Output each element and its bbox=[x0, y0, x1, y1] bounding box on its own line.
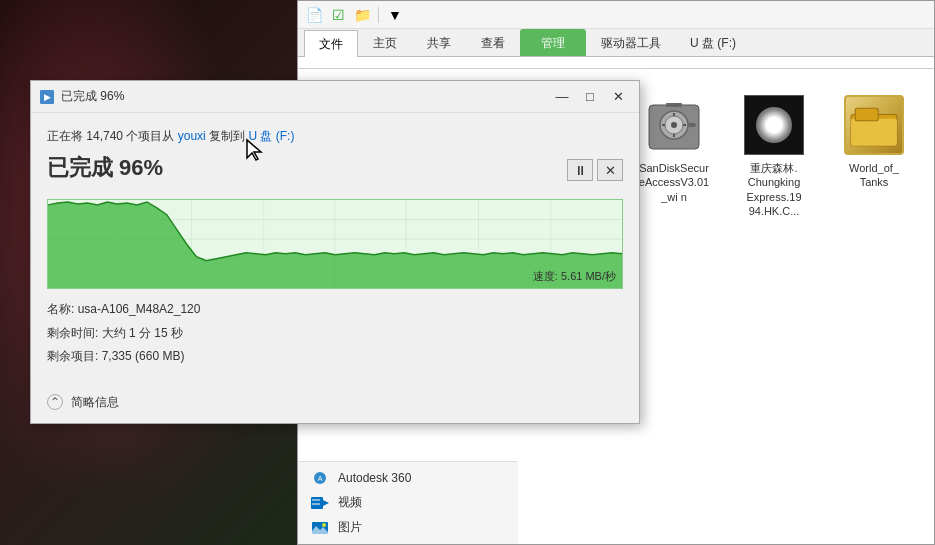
dialog-title-icon: ▶ bbox=[39, 89, 55, 105]
ribbon-divider bbox=[378, 7, 379, 23]
info-name-row: 名称: usa-A106_M48A2_120 bbox=[47, 299, 623, 321]
info-time-row: 剩余时间: 大约 1 分 15 秒 bbox=[47, 323, 623, 345]
tab-home[interactable]: 主页 bbox=[358, 29, 412, 56]
tab-share[interactable]: 共享 bbox=[412, 29, 466, 56]
progress-chart: 速度: 5.61 MB/秒 bbox=[47, 199, 623, 289]
svg-point-3 bbox=[671, 122, 677, 128]
svg-rect-8 bbox=[688, 123, 696, 127]
status-middle: 复制到 bbox=[206, 129, 249, 143]
time-value: 大约 1 分 15 秒 bbox=[102, 326, 183, 340]
image-label: 图片 bbox=[338, 519, 362, 536]
chongqing-label: 重庆森林. Chungking Express.19 94.HK.C... bbox=[738, 161, 810, 218]
svg-rect-17 bbox=[312, 499, 320, 501]
autodesk-icon: A bbox=[310, 470, 330, 486]
drive-label: U 盘 (F:) bbox=[676, 30, 750, 56]
image-icon bbox=[310, 520, 330, 536]
tab-file[interactable]: 文件 bbox=[304, 30, 358, 57]
svg-rect-9 bbox=[666, 103, 682, 107]
ribbon-toolbar: 📄 ☑ 📁 ▼ bbox=[298, 1, 934, 29]
dialog-titlebar: ▶ 已完成 96% — □ ✕ bbox=[31, 81, 639, 113]
back-icon[interactable]: 📄 bbox=[304, 5, 324, 25]
time-label: 剩余时间: bbox=[47, 326, 102, 340]
dialog-close-btn[interactable]: ✕ bbox=[605, 86, 631, 108]
video-icon bbox=[310, 495, 330, 511]
name-value: usa-A106_M48A2_120 bbox=[78, 302, 201, 316]
tanks-folder-icon bbox=[844, 95, 904, 155]
dialog-maximize-btn[interactable]: □ bbox=[577, 86, 603, 108]
pause-button[interactable]: ⏸ bbox=[567, 159, 593, 181]
sidebar-item-autodesk[interactable]: A Autodesk 360 bbox=[298, 466, 518, 490]
status-source-link[interactable]: youxi bbox=[178, 129, 206, 143]
dialog-status-line: 正在将 14,740 个项目从 youxi 复制到 U 盘 (F:) bbox=[47, 127, 623, 145]
sidebar-item-image[interactable]: 图片 bbox=[298, 515, 518, 540]
svg-text:A: A bbox=[318, 475, 323, 482]
sandisk-label: SanDiskSecureAccessV3.01_wi n bbox=[638, 161, 710, 204]
items-label: 剩余项目: bbox=[47, 349, 102, 363]
footer-chevron-btn[interactable]: ⌃ bbox=[47, 394, 63, 410]
status-prefix: 正在将 14,740 个项目从 bbox=[47, 129, 178, 143]
tab-view[interactable]: 查看 bbox=[466, 29, 520, 56]
chongqing-movie-icon bbox=[744, 95, 804, 155]
dialog-percent-label: 已完成 96% bbox=[47, 153, 163, 183]
sidebar-item-video[interactable]: 视频 bbox=[298, 490, 518, 515]
ribbon: 📄 ☑ 📁 ▼ 文件 主页 共享 查看 管理 驱动器工具 U 盘 (F:) bbox=[298, 1, 934, 69]
svg-rect-11 bbox=[851, 119, 897, 146]
ribbon-content-area bbox=[298, 56, 934, 68]
svg-point-21 bbox=[322, 523, 326, 527]
dialog-minimize-btn[interactable]: — bbox=[549, 86, 575, 108]
file-chongqing[interactable]: 重庆森林. Chungking Express.19 94.HK.C... bbox=[734, 89, 814, 222]
dialog-title-text: 已完成 96% bbox=[61, 88, 549, 105]
footer-collapse-text[interactable]: 简略信息 bbox=[71, 394, 119, 411]
dropdown-icon[interactable]: ▼ bbox=[385, 5, 405, 25]
svg-text:▶: ▶ bbox=[44, 92, 51, 102]
dialog-body: 正在将 14,740 个项目从 youxi 复制到 U 盘 (F:) 已完成 9… bbox=[31, 113, 639, 386]
autodesk-label: Autodesk 360 bbox=[338, 471, 411, 485]
watermark: 值 什么值得买 bbox=[850, 518, 925, 535]
items-value: 7,335 (660 MB) bbox=[102, 349, 185, 363]
svg-marker-16 bbox=[323, 500, 329, 506]
svg-rect-12 bbox=[855, 108, 878, 121]
video-label: 视频 bbox=[338, 494, 362, 511]
sandisk-icon-img bbox=[642, 93, 706, 157]
status-dest-link[interactable]: U 盘 (F:) bbox=[248, 129, 294, 143]
svg-rect-18 bbox=[312, 503, 320, 505]
info-items-row: 剩余项目: 7,335 (660 MB) bbox=[47, 346, 623, 368]
transfer-dialog: ▶ 已完成 96% — □ ✕ 正在将 14,740 个项目从 youxi 复制… bbox=[30, 80, 640, 424]
sandisk-safe-svg bbox=[644, 95, 704, 155]
folder-icon[interactable]: 📁 bbox=[352, 5, 372, 25]
ribbon-tabs: 文件 主页 共享 查看 管理 驱动器工具 U 盘 (F:) bbox=[298, 29, 934, 56]
name-label: 名称: bbox=[47, 302, 78, 316]
file-sandisk[interactable]: SanDiskSecureAccessV3.01_wi n bbox=[634, 89, 714, 222]
tab-drive-tools[interactable]: 驱动器工具 bbox=[586, 29, 676, 56]
chart-speed-label: 速度: 5.61 MB/秒 bbox=[533, 269, 616, 284]
dialog-footer: ⌃ 简略信息 bbox=[31, 386, 639, 423]
dialog-info: 名称: usa-A106_M48A2_120 剩余时间: 大约 1 分 15 秒… bbox=[47, 299, 623, 368]
stop-button[interactable]: ✕ bbox=[597, 159, 623, 181]
tanks-label: World_of_ Tanks bbox=[838, 161, 910, 190]
chongqing-icon-img bbox=[742, 93, 806, 157]
check-icon[interactable]: ☑ bbox=[328, 5, 348, 25]
sidebar-bottom: A Autodesk 360 视频 bbox=[298, 461, 518, 544]
tanks-icon-img bbox=[842, 93, 906, 157]
tab-manage[interactable]: 管理 bbox=[520, 29, 586, 56]
dialog-window-controls: — □ ✕ bbox=[549, 86, 631, 108]
file-tanks[interactable]: World_of_ Tanks bbox=[834, 89, 914, 222]
transfer-controls: ⏸ ✕ bbox=[567, 159, 623, 181]
movie-disc-circle bbox=[756, 107, 792, 143]
tanks-svg bbox=[849, 100, 899, 150]
